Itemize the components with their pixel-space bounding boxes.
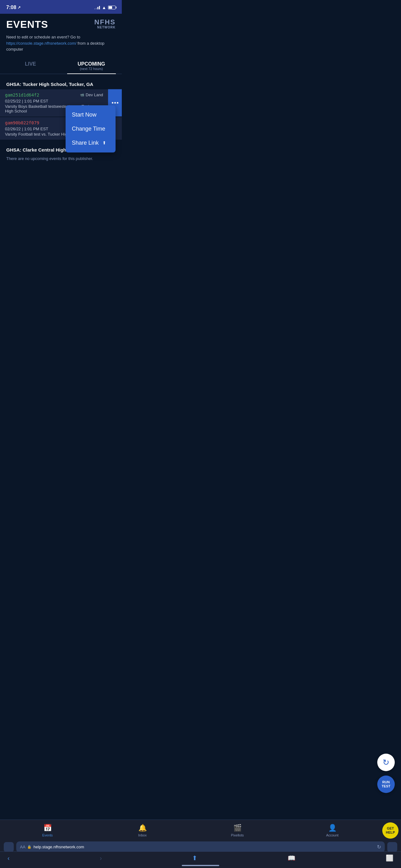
tab-live[interactable]: LIVE: [0, 58, 61, 74]
no-events-text: There are no upcoming events for this pu…: [0, 155, 122, 162]
nfhs-logo: NFHS NETWORK: [94, 19, 115, 29]
wifi-icon: ▲: [102, 5, 106, 10]
status-bar: 7:08 ↗ ▲: [0, 0, 122, 14]
dropdown-change-time[interactable]: Change Time: [66, 122, 115, 136]
tab-upcoming[interactable]: UPCOMING (next 72 hours): [61, 58, 122, 74]
status-time: 7:08 ↗: [6, 5, 21, 10]
signal-bars-icon: [94, 6, 100, 9]
location-icon: ↗: [18, 5, 21, 10]
battery-icon: [108, 6, 115, 9]
event-datetime-1: 02/25/22 | 1:01 PM EST: [5, 99, 103, 103]
event-id-1: gam251d1d64f2: [5, 92, 39, 97]
dropdown-share-link[interactable]: Share Link ⬆: [66, 136, 115, 150]
event-device-1: 📹 Dev Land: [80, 92, 103, 97]
share-icon: ⬆: [102, 140, 106, 145]
header: EVENTS NFHS NETWORK: [0, 14, 122, 34]
event-id-2: gam90b022f079: [5, 120, 39, 125]
page-title: EVENTS: [6, 19, 48, 30]
dropdown-start-now[interactable]: Start Now: [66, 108, 115, 122]
tab-bar: LIVE UPCOMING (next 72 hours): [0, 58, 122, 74]
status-icons: ▲: [94, 5, 115, 10]
content-area: GHSA: Tucker High School, Tucker, GA gam…: [0, 74, 122, 172]
camera-icon: 📹: [80, 93, 84, 97]
console-link[interactable]: https://console.stage.nfhsnetwork.com/: [6, 41, 76, 45]
header-subtitle: Need to edit or schedule an event? Go to…: [0, 34, 122, 58]
group-tucker: GHSA: Tucker High School, Tucker, GA gam…: [0, 79, 122, 140]
group-title-tucker: GHSA: Tucker High School, Tucker, GA: [0, 79, 122, 89]
dropdown-menu: Start Now Change Time Share Link ⬆: [66, 105, 115, 153]
